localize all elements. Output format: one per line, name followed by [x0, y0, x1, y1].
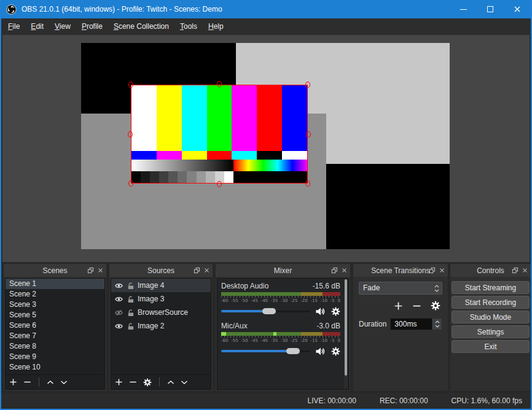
meter-tick-labels: -60-55-50-45-40-35-30-25-20-15-10-50: [221, 298, 340, 303]
source-list-item[interactable]: Image 3: [111, 292, 211, 306]
minimize-button[interactable]: [450, 0, 477, 18]
duration-spinbox[interactable]: 300ms: [390, 318, 442, 330]
move-scene-up-icon[interactable]: [47, 380, 54, 385]
add-transition-icon[interactable]: [394, 301, 403, 311]
slider-handle[interactable]: [286, 348, 300, 354]
menu-profile[interactable]: Profile: [76, 20, 108, 33]
scrollbar-thumb[interactable]: [345, 279, 347, 376]
close-button[interactable]: [504, 0, 531, 18]
move-source-down-icon[interactable]: [181, 380, 188, 385]
slider-handle[interactable]: [262, 308, 276, 314]
canvas-image-bottom-right[interactable]: [326, 164, 450, 249]
spinner-up-icon[interactable]: [434, 285, 439, 288]
transitions-panel-title: Scene Transitions: [353, 264, 448, 277]
move-source-up-icon[interactable]: [167, 380, 174, 385]
channel-settings-gear-icon[interactable]: [331, 347, 340, 356]
scene-list-item[interactable]: Scene 7: [6, 331, 104, 341]
scene-list-item[interactable]: Scene 8: [6, 341, 104, 352]
visibility-eye-slash-icon[interactable]: [114, 309, 123, 317]
lock-icon[interactable]: [127, 309, 135, 317]
menu-help[interactable]: Help: [203, 20, 229, 33]
scene-list-item[interactable]: Scene 1: [6, 279, 104, 289]
resize-handle-middle-left[interactable]: [128, 131, 133, 137]
add-scene-icon[interactable]: [9, 378, 17, 386]
speaker-icon[interactable]: [315, 347, 326, 356]
channel-name: Desktop Audio: [221, 282, 268, 290]
tick-label: -5: [331, 298, 335, 303]
remove-transition-icon[interactable]: [412, 301, 421, 311]
maximize-button[interactable]: [477, 0, 504, 18]
close-panel-icon[interactable]: [522, 268, 528, 273]
resize-handle-middle-right[interactable]: [306, 131, 311, 137]
tick-label: -60: [221, 298, 228, 303]
tick-label: -10: [321, 338, 327, 343]
tick-label: -25: [291, 338, 297, 343]
scene-list-item[interactable]: Scene 9: [6, 352, 104, 362]
scene-list-item[interactable]: Scene 10: [6, 362, 104, 373]
add-source-icon[interactable]: [115, 378, 123, 386]
menu-scene-collection[interactable]: Scene Collection: [108, 20, 174, 33]
resize-handle-top-left[interactable]: [128, 82, 133, 88]
sources-list: Image 4Image 3BrowserSourceImage 2: [111, 279, 211, 374]
pattern-segment: [157, 85, 182, 151]
remove-source-icon[interactable]: [129, 378, 137, 386]
scene-list-item[interactable]: Scene 5: [6, 310, 104, 320]
visibility-eye-icon[interactable]: [114, 295, 123, 303]
scene-list-item[interactable]: Scene 2: [6, 289, 104, 300]
close-panel-icon[interactable]: [204, 268, 209, 273]
tick-label: -50: [241, 338, 248, 343]
resize-handle-bottom-right[interactable]: [305, 180, 310, 187]
menu-tools[interactable]: Tools: [174, 20, 203, 33]
source-list-item[interactable]: BrowserSource: [111, 306, 211, 319]
menu-file[interactable]: File: [2, 20, 25, 33]
settings-button[interactable]: Settings: [452, 325, 530, 338]
speaker-icon[interactable]: [315, 307, 326, 316]
visibility-eye-icon[interactable]: [114, 322, 123, 330]
exit-button[interactable]: Exit: [452, 340, 530, 353]
volume-slider[interactable]: [221, 347, 310, 355]
move-scene-down-icon[interactable]: [60, 380, 68, 385]
source-list-item[interactable]: Image 2: [111, 319, 211, 333]
resize-handle-top-middle[interactable]: [217, 81, 222, 87]
dock-float-icon[interactable]: [194, 267, 200, 274]
spinner-down-icon[interactable]: [435, 325, 440, 328]
close-panel-icon[interactable]: [439, 268, 445, 273]
source-list-item[interactable]: Image 4: [111, 279, 211, 292]
channel-settings-gear-icon[interactable]: [331, 307, 340, 316]
remove-scene-icon[interactable]: [23, 378, 31, 386]
dock-area: Scenes Scene 1Scene 2Scene 3Scene 5Scene…: [1, 262, 531, 393]
transition-properties-gear-icon[interactable]: [431, 301, 440, 311]
spinner-down-icon[interactable]: [434, 289, 439, 292]
dock-float-icon[interactable]: [429, 267, 436, 274]
scene-list-item[interactable]: Scene 3: [6, 300, 104, 310]
scene-list-item[interactable]: Scene 6: [6, 320, 104, 331]
studio-mode-button[interactable]: Studio Mode: [452, 311, 530, 323]
dock-float-icon[interactable]: [87, 267, 94, 274]
dock-float-icon[interactable]: [331, 267, 338, 274]
pattern-segment: [257, 85, 282, 151]
menu-view[interactable]: View: [49, 20, 76, 33]
close-panel-icon[interactable]: [98, 268, 103, 273]
source-properties-gear-icon[interactable]: [143, 378, 152, 387]
resize-handle-bottom-left[interactable]: [128, 180, 133, 187]
resize-handle-top-right[interactable]: [305, 82, 310, 88]
pattern-segment: [141, 171, 150, 183]
transition-select[interactable]: Fade: [359, 282, 442, 295]
lock-icon[interactable]: [127, 282, 135, 290]
start-recording-button[interactable]: Start Recording: [452, 296, 530, 309]
lock-icon[interactable]: [127, 295, 135, 303]
close-panel-icon[interactable]: [342, 268, 347, 273]
dock-float-icon[interactable]: [512, 267, 518, 274]
mixer-scrollbar[interactable]: [344, 279, 348, 389]
visibility-eye-icon[interactable]: [114, 282, 123, 290]
lock-icon[interactable]: [127, 322, 135, 330]
sources-toolbar: [111, 374, 211, 389]
spinner-up-icon[interactable]: [435, 320, 440, 323]
volume-slider[interactable]: [221, 308, 310, 315]
start-streaming-button[interactable]: Start Streaming: [452, 281, 530, 294]
menu-edit[interactable]: Edit: [25, 20, 49, 33]
resize-handle-bottom-middle[interactable]: [217, 181, 222, 187]
controls-panel-title: Controls: [450, 264, 531, 277]
pattern-segment: [207, 85, 232, 151]
selected-source-color-bars[interactable]: [131, 85, 308, 184]
